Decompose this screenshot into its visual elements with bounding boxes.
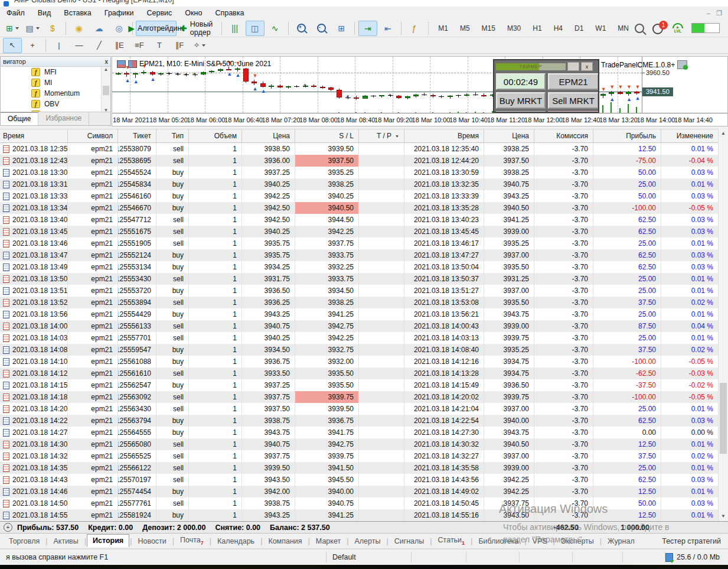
tile-windows-icon[interactable]: ⊞ [332, 21, 351, 36]
buy-market-button[interactable]: Buy MRKT [496, 92, 546, 109]
table-row[interactable]: 2021.03.18 13:34...epm21125546670buy1394… [0, 202, 728, 214]
algo-trading-button[interactable]: ▶Алготрейдинг [136, 21, 177, 36]
table-scrollbar[interactable]: ▲ ▼ [718, 129, 728, 521]
chart-shift-icon[interactable]: ⇤ [378, 21, 397, 36]
sell-limit-button[interactable] [548, 111, 599, 113]
column-header-6[interactable]: S / L [295, 129, 359, 142]
timeframe-button-m5[interactable]: M5 [454, 21, 476, 36]
table-row[interactable]: 2021.03.18 14:46...epm21125574454buy1394… [0, 486, 728, 498]
column-header-7[interactable]: T / P▼ [359, 129, 404, 142]
navigator-item-momentum[interactable]: ƒMomentum [1, 88, 110, 99]
navigator-header[interactable]: вигатор x [1, 57, 110, 67]
column-header-5[interactable]: Цена [242, 129, 295, 142]
column-header-11[interactable]: Прибыль [593, 129, 661, 142]
panel-close-button[interactable]: x [581, 62, 593, 71]
menu-item-5[interactable]: Окно [178, 8, 208, 18]
table-row[interactable]: 2021.03.18 13:52...epm21125553894sell139… [0, 297, 728, 308]
tab-эксперты[interactable]: Эксперты [556, 535, 599, 547]
tab-почта[interactable]: Почта7 [175, 534, 209, 548]
navigator-scrollbar[interactable]: ▲ ▼ [101, 67, 110, 113]
one-click-trading-icon[interactable] [128, 60, 137, 68]
expert-advisor-icon[interactable] [677, 60, 687, 69]
depth-of-market-icon[interactable] [117, 60, 126, 68]
objects-icon[interactable]: ✧ [190, 38, 209, 53]
strategy-tester-label[interactable]: Тестер стратегий [662, 537, 728, 545]
buy-limit-button[interactable] [496, 111, 546, 113]
timeframe-button-h4[interactable]: H4 [548, 21, 569, 36]
menu-item-6[interactable]: Справка [208, 8, 250, 18]
table-row[interactable]: 2021.03.18 14:55...epm21125581924buy1394… [0, 509, 728, 521]
navigator-item-obv[interactable]: ƒOBV [1, 99, 110, 109]
table-row[interactable]: 2021.03.18 14:22...epm21125563794buy1393… [0, 415, 728, 427]
tab-сигналы[interactable]: Сигналы [389, 535, 430, 547]
connection-status[interactable]: 25.6 / 0.0 Mb [665, 553, 728, 562]
minimize-icon[interactable]: – [707, 9, 710, 17]
tab-библиотека[interactable]: Библиотека [473, 535, 524, 547]
profiles-icon[interactable]: ▤ [23, 21, 42, 36]
expand-summary-icon[interactable]: + [4, 523, 12, 532]
tab-статьи[interactable]: Статьи1 [433, 534, 471, 548]
table-row[interactable]: 2021.03.18 13:49...epm21125553134buy1393… [0, 261, 728, 273]
coins-icon[interactable]: ◉ [70, 21, 89, 36]
bars-chart-icon[interactable]: ||| [226, 21, 244, 36]
fibonacci-icon[interactable]: ≡F [130, 38, 149, 53]
table-row[interactable]: 2021.03.18 13:45...epm21125551675sell139… [0, 226, 728, 238]
indicators-icon[interactable]: ƒ [405, 21, 424, 36]
table-row[interactable]: 2021.03.18 13:56...epm21125554429buy1394… [0, 308, 728, 320]
table-row[interactable]: 2021.03.18 14:27...epm21125564555buy1394… [0, 427, 728, 438]
table-row[interactable]: 2021.03.18 14:32...epm21125565525sell139… [0, 450, 728, 462]
table-row[interactable]: 2021.03.18 14:15...epm21125562547buy1393… [0, 379, 728, 391]
tab-журнал[interactable]: Журнал [602, 535, 640, 547]
table-row[interactable]: 2021.03.18 13:50...epm21125553430sell139… [0, 273, 728, 285]
scrollbar-thumb[interactable] [720, 383, 727, 454]
table-row[interactable]: 2021.03.18 14:30...epm21125565080sell139… [0, 438, 728, 450]
horizontal-line-icon[interactable]: — [70, 38, 89, 53]
navigator-tab-общие[interactable]: Общие [1, 112, 38, 125]
vertical-line-icon[interactable]: | [50, 38, 68, 53]
table-row[interactable]: 2021.03.18 14:35...epm21125566122sell139… [0, 462, 728, 474]
filter-icon[interactable]: ▼ [395, 134, 399, 138]
scrollbar-thumb[interactable] [103, 86, 109, 95]
text-icon[interactable]: T [150, 38, 169, 53]
new-chart-icon[interactable]: ⊞ [3, 21, 22, 36]
table-row[interactable]: 2021.03.18 13:40...epm21125547712sell139… [0, 214, 728, 226]
lvl-indicator-icon[interactable]: LVL [672, 23, 683, 33]
scroll-down-icon[interactable]: ▼ [719, 512, 728, 521]
tab-маркет[interactable]: Маркет [311, 535, 346, 547]
navigator-item-mfi[interactable]: ƒMFI [1, 67, 110, 77]
column-header-12[interactable]: Изменение [661, 129, 719, 142]
table-row[interactable]: 2021.03.18 14:08...epm21125559547buy1393… [0, 344, 728, 356]
table-row[interactable]: 2021.03.18 13:31...epm21125545834buy1394… [0, 178, 728, 190]
time-axis[interactable]: 18 Mar 202118 Mar 05:2018 Mar 06:0018 Ma… [112, 113, 728, 126]
table-row[interactable]: 2021.03.18 14:10...epm21125561088buy1393… [0, 356, 728, 368]
table-row[interactable]: 2021.03.18 14:12...epm21125561610sell139… [0, 368, 728, 379]
table-row[interactable]: 2021.03.18 13:47...epm21125552124buy1393… [0, 249, 728, 261]
table-row[interactable]: 2021.03.18 13:33...epm21125546160buy1394… [0, 190, 728, 202]
table-row[interactable]: 2021.03.18 13:51...epm21125553720buy1393… [0, 285, 728, 297]
table-row[interactable]: 2021.03.18 12:43...epm21125538695sell139… [0, 155, 728, 167]
line-chart-icon[interactable]: ∿ [266, 21, 285, 36]
table-row[interactable]: 2021.03.18 14:03...epm21125557701sell139… [0, 332, 728, 344]
tab-активы[interactable]: Активы [48, 535, 83, 547]
menu-item-3[interactable]: Графики [98, 8, 141, 18]
column-header-8[interactable]: Время [404, 129, 484, 142]
scroll-up-icon[interactable]: ▲ [102, 67, 110, 72]
table-row[interactable]: 2021.03.18 14:43...epm21125570197sell139… [0, 474, 728, 486]
tab-история[interactable]: История [87, 534, 129, 547]
timeframe-button-h1[interactable]: H1 [527, 21, 547, 36]
column-header-3[interactable]: Тип [156, 129, 189, 142]
panel-minimize-button[interactable] [567, 62, 579, 71]
column-header-2[interactable]: Тикет [118, 129, 156, 142]
navigator-item-mi[interactable]: ƒMI [1, 77, 110, 88]
menu-item-2[interactable]: Вставка [57, 8, 97, 18]
column-header-4[interactable]: Объем [189, 129, 242, 142]
timeframe-button-d1[interactable]: D1 [569, 21, 589, 36]
timeframe-button-m15[interactable]: M15 [476, 21, 501, 36]
navigator-close-icon[interactable]: x [105, 58, 108, 65]
fibo-channel-icon[interactable]: ∥F [170, 38, 189, 53]
scroll-up-icon[interactable]: ▲ [719, 129, 728, 138]
radar-icon[interactable]: ◎ [110, 21, 129, 36]
column-header-1[interactable]: Символ [68, 129, 118, 142]
restore-icon[interactable]: ❐ [716, 9, 722, 17]
menu-item-1[interactable]: Вид [31, 8, 58, 18]
